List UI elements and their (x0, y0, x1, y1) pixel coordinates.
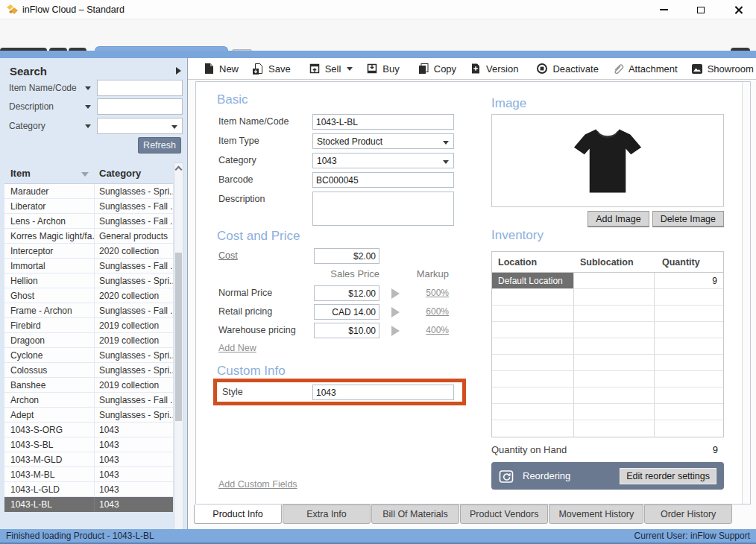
item-type-row: Item Type Stocked Product (196, 133, 494, 150)
item-cell: 1043-M-GLD (4, 452, 95, 466)
deactivate-button[interactable]: Deactivate (529, 59, 605, 78)
inventory-empty-row[interactable] (492, 322, 723, 338)
item-cell: 1043-M-BL (4, 467, 95, 481)
cost-input[interactable] (314, 248, 379, 264)
bottom-tab[interactable]: Movement History (549, 505, 643, 524)
search-title: Search (10, 65, 47, 78)
markup-link[interactable]: 600% (416, 306, 449, 317)
table-row[interactable]: 1043-M-BL 1043 (4, 467, 173, 482)
version-button[interactable]: Version (463, 59, 525, 78)
add-custom-fields-link[interactable]: Add Custom Fields (218, 479, 297, 490)
buy-icon (366, 63, 378, 75)
style-input[interactable] (312, 385, 454, 400)
table-row[interactable]: 1043-M-GLD 1043 (4, 452, 173, 467)
inventory-empty-row[interactable] (492, 388, 723, 404)
bottom-tab[interactable]: Product Vendors (460, 505, 548, 524)
sales-price-input[interactable] (314, 304, 379, 320)
table-row[interactable]: Frame - Archon Sunglasses - Fall ... (4, 303, 173, 318)
maximize-button[interactable] (695, 4, 707, 16)
bottom-tab[interactable]: Order History (644, 505, 732, 524)
table-row[interactable]: Interceptor 2020 collection (4, 244, 173, 259)
edit-reorder-settings-button[interactable]: Edit reorder settings (620, 468, 716, 484)
inventory-row[interactable]: Default Location 9 (492, 273, 723, 289)
table-row[interactable]: Dragoon 2019 collection (4, 333, 173, 348)
table-row[interactable]: 1043-L-GLD 1043 (4, 482, 173, 497)
category-search-select[interactable] (97, 118, 183, 134)
markup-link[interactable]: 400% (416, 325, 449, 335)
table-row[interactable]: 1043-S-ORG 1043 (4, 423, 173, 437)
table-row[interactable]: Firebird 2019 collection (4, 318, 173, 333)
item-cell: Banshee (4, 378, 95, 392)
window-controls (658, 0, 752, 19)
category-select[interactable]: 1043 (312, 153, 454, 168)
inventory-empty-row[interactable] (492, 306, 723, 322)
inventory-empty-row[interactable] (492, 420, 723, 437)
item-list-scrollbar[interactable] (174, 162, 183, 544)
markup-link[interactable]: 500% (416, 288, 449, 298)
table-row[interactable]: Korres Magic light/fa... General product… (4, 229, 173, 244)
copy-button[interactable]: Copy (411, 59, 463, 78)
table-row[interactable]: 1043-L-BL 1043 (4, 497, 173, 512)
table-row[interactable]: Cyclone Sunglasses - Spri... (4, 348, 173, 363)
item-type-select[interactable]: Stocked Product (312, 133, 454, 149)
sell-dropdown-caret-icon[interactable] (347, 67, 353, 71)
table-row[interactable]: Banshee 2019 collection (4, 378, 173, 393)
buy-button[interactable]: Buy (359, 59, 406, 78)
cost-link[interactable]: Cost (218, 250, 238, 261)
item-table-body: Marauder Sunglasses - Spri... Liberator … (4, 184, 173, 512)
apply-markup-arrow-icon[interactable] (391, 288, 400, 299)
bottom-tab[interactable]: Extra Info (283, 505, 371, 524)
sales-price-input[interactable] (314, 285, 379, 301)
minimize-button[interactable] (658, 4, 670, 16)
item-name-search-input[interactable] (97, 80, 183, 96)
table-row[interactable]: Lens - Archon Sunglasses - Fall ... (4, 214, 173, 229)
showroom-button[interactable]: Showroom (684, 59, 756, 78)
new-button[interactable]: New (197, 59, 245, 78)
table-row[interactable]: Archon Sunglasses - Fall ... (4, 393, 173, 408)
description-textarea[interactable] (312, 192, 454, 226)
add-image-button[interactable]: Add Image (588, 211, 649, 227)
inventory-table-body: Default Location 9 (492, 273, 723, 437)
table-row[interactable]: Ghost 2020 collection (4, 288, 173, 303)
scroll-up-icon[interactable] (175, 166, 183, 174)
refresh-button[interactable]: Refresh (138, 137, 181, 154)
description-search-input[interactable] (97, 98, 183, 115)
scrollbar-thumb[interactable] (175, 253, 182, 421)
inventory-empty-row[interactable] (492, 289, 723, 306)
inventory-empty-row[interactable] (492, 404, 723, 420)
column-header-category[interactable]: Category (99, 168, 141, 179)
item-name-input[interactable] (312, 114, 454, 130)
sales-price-input[interactable] (314, 323, 379, 338)
product-image-frame (491, 114, 724, 207)
inventory-empty-row[interactable] (492, 355, 723, 371)
save-button[interactable]: Save (245, 59, 297, 78)
column-header-item[interactable]: Item (10, 168, 31, 179)
add-new-link[interactable]: Add New (218, 343, 256, 353)
table-row[interactable]: Marauder Sunglasses - Spri... (4, 184, 173, 199)
field-options-caret-icon[interactable] (85, 105, 91, 109)
field-options-caret-icon[interactable] (85, 124, 91, 128)
table-row[interactable]: Immortal Sunglasses - Fall ... (4, 259, 173, 273)
bottom-tab[interactable]: Product Info (194, 505, 282, 524)
content-scrollbar[interactable] (742, 82, 750, 504)
bottom-tab[interactable]: Bill Of Materials (371, 505, 459, 524)
table-row[interactable]: Hellion Sunglasses - Spri... (4, 273, 173, 288)
sell-button[interactable]: Sell (302, 59, 360, 78)
quantity-on-hand-row: Quantity on Hand 9 (491, 444, 724, 455)
table-row[interactable]: Colossus Sunglasses - Spri... (4, 363, 173, 378)
table-row[interactable]: Adept Sunglasses - Spri... (4, 408, 173, 423)
inventory-empty-row[interactable] (492, 338, 723, 355)
close-button[interactable] (732, 4, 744, 16)
table-row[interactable]: 1043-S-BL 1043 (4, 437, 173, 452)
delete-image-button[interactable]: Delete Image (652, 211, 724, 227)
category-cell: 1043 (95, 452, 173, 466)
attachment-button[interactable]: Attachment (605, 59, 684, 78)
field-options-caret-icon[interactable] (85, 86, 91, 90)
apply-markup-arrow-icon[interactable] (391, 307, 400, 317)
table-row[interactable]: Liberator Sunglasses - Fall ... (4, 199, 173, 214)
inventory-empty-row[interactable] (492, 371, 723, 388)
apply-markup-arrow-icon[interactable] (391, 326, 400, 336)
description-row: Description (196, 192, 494, 227)
barcode-input[interactable] (312, 172, 454, 188)
collapse-panel-icon[interactable] (176, 67, 181, 75)
